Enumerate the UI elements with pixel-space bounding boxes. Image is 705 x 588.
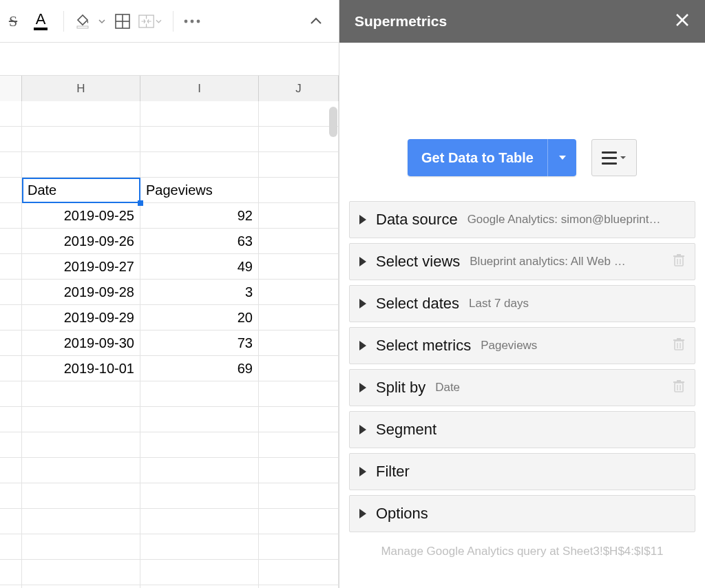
formula-bar[interactable] <box>0 43 339 76</box>
chevron-right-icon <box>359 383 366 392</box>
table-row: 2019-09-25 92 <box>0 203 339 229</box>
table-row: 2019-09-26 63 <box>0 229 339 254</box>
column-header-h[interactable]: H <box>22 76 140 101</box>
table-row: 2019-10-01 69 <box>0 356 339 381</box>
delete-metrics-button[interactable] <box>673 337 685 354</box>
cell-pageviews-header[interactable]: Pageviews <box>140 178 259 203</box>
chevron-up-icon <box>309 14 323 28</box>
svg-rect-12 <box>675 257 683 266</box>
close-icon <box>675 12 690 28</box>
section-data-source[interactable]: Data source Google Analytics: simon@blue… <box>349 201 695 238</box>
chevron-right-icon <box>359 425 366 434</box>
delete-splitby-button[interactable] <box>673 379 685 396</box>
svg-rect-0 <box>77 26 88 28</box>
get-data-dropdown[interactable] <box>547 139 576 176</box>
menu-button[interactable] <box>591 139 637 176</box>
svg-point-9 <box>197 19 200 23</box>
toolbar-separator <box>63 11 64 32</box>
strikethrough-button[interactable]: S <box>1 10 25 33</box>
toolbar-separator <box>173 11 173 32</box>
merge-icon <box>138 14 154 29</box>
merge-cells-button[interactable] <box>138 10 162 33</box>
text-color-icon: A <box>34 12 48 30</box>
cell-date-header[interactable]: Date <box>22 178 140 203</box>
delete-views-button[interactable] <box>673 253 685 270</box>
paint-bucket-icon <box>74 13 91 30</box>
borders-button[interactable] <box>111 10 134 33</box>
svg-rect-14 <box>677 254 681 255</box>
trash-icon <box>673 379 685 393</box>
sidebar-body: Get Data to Table <box>339 43 705 588</box>
chevron-down-icon[interactable] <box>98 13 105 30</box>
section-split-by[interactable]: Split by Date <box>349 369 695 406</box>
table-row: 2019-09-27 49 <box>0 254 339 280</box>
get-data-button[interactable]: Get Data to Table <box>408 139 547 176</box>
fill-handle[interactable] <box>138 200 143 206</box>
sidebar-titlebar: Supermetrics <box>339 0 705 43</box>
toolbar: S A <box>0 0 339 43</box>
svg-rect-13 <box>673 255 684 257</box>
chevron-right-icon <box>359 509 366 518</box>
table-row: 2019-09-30 73 <box>0 330 339 356</box>
svg-rect-24 <box>677 380 681 381</box>
section-segment[interactable]: Segment <box>349 411 695 448</box>
section-select-metrics[interactable]: Select metrics Pageviews <box>349 327 695 364</box>
text-color-button[interactable]: A <box>29 10 52 33</box>
trash-icon <box>673 337 685 351</box>
caret-down-icon <box>620 154 627 161</box>
strikethrough-icon: S <box>9 12 17 30</box>
fill-color-button[interactable] <box>71 10 94 33</box>
svg-rect-18 <box>673 339 684 341</box>
column-header-i[interactable]: I <box>140 76 259 101</box>
table-row: 2019-09-28 3 <box>0 280 339 305</box>
section-filter[interactable]: Filter <box>349 453 695 490</box>
chevron-right-icon <box>359 467 366 476</box>
chevron-down-icon <box>156 14 162 29</box>
chevron-right-icon <box>359 215 366 224</box>
svg-rect-22 <box>675 383 683 392</box>
section-select-dates[interactable]: Select dates Last 7 days <box>349 285 695 322</box>
svg-point-8 <box>191 19 194 23</box>
sidebar-actions: Get Data to Table <box>349 139 695 176</box>
chevron-right-icon <box>359 257 366 266</box>
section-select-views[interactable]: Select views Blueprint analytics: All We… <box>349 243 695 280</box>
borders-icon <box>115 14 130 29</box>
chevron-right-icon <box>359 299 366 308</box>
select-all-corner[interactable] <box>0 76 22 101</box>
close-button[interactable] <box>675 12 690 31</box>
get-data-button-group: Get Data to Table <box>408 139 576 176</box>
spreadsheet-grid[interactable]: Date Pageviews 2019-09-25 92 2019-09-26 … <box>0 101 339 588</box>
spreadsheet-area: S A <box>0 0 339 588</box>
hamburger-icon <box>602 151 617 165</box>
sidebar-title: Supermetrics <box>355 13 447 30</box>
chevron-right-icon <box>359 341 366 350</box>
sidebar-panel: Supermetrics Get Data to Table <box>339 0 705 588</box>
collapse-toolbar-button[interactable] <box>304 10 328 33</box>
section-options[interactable]: Options <box>349 495 695 532</box>
trash-icon <box>673 253 685 267</box>
more-horizontal-icon <box>183 19 201 24</box>
svg-rect-19 <box>677 338 681 339</box>
svg-rect-23 <box>673 381 684 383</box>
svg-point-7 <box>185 19 188 23</box>
caret-down-icon <box>558 153 567 162</box>
vertical-scrollbar[interactable] <box>329 107 337 137</box>
svg-rect-17 <box>675 341 683 350</box>
column-header-j[interactable]: J <box>259 76 339 101</box>
table-row: 2019-09-29 20 <box>0 305 339 330</box>
more-button[interactable] <box>180 10 204 33</box>
manage-query-note: Manage Google Analytics query at Sheet3!… <box>349 545 695 558</box>
column-headers: H I J <box>0 76 339 101</box>
